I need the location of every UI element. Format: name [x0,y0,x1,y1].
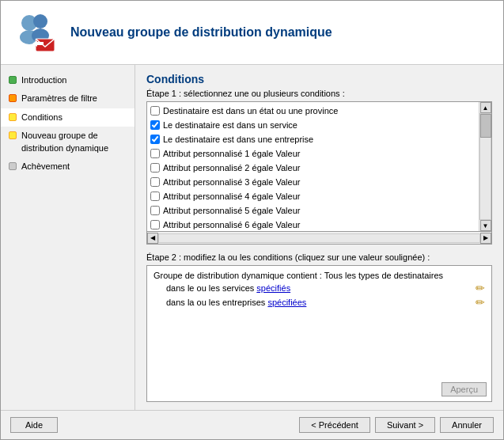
scroll-left-button[interactable]: ◀ [147,233,158,244]
list-item: Attribut personnalisé 2 égale Valeur [147,161,479,175]
apercu-button[interactable]: Aperçu [441,382,487,396]
list-item: Attribut personnalisé 4 égale Valeur [147,189,479,203]
step2-label: Étape 2 : modifiez la ou les conditions … [146,252,492,262]
footer-left: Aide [10,417,58,433]
horizontal-scrollbar[interactable]: ◀ ▶ [146,232,492,245]
step2-box: Groupe de distribution dynamique contien… [146,265,492,402]
sidebar-dot-introduction [9,76,17,84]
checkbox-c3[interactable] [150,135,160,144]
main-panel: Conditions Étape 1 : sélectionnez une ou… [135,65,503,410]
step1-label: Étape 1 : sélectionnez une ou plusieurs … [146,89,492,98]
checkbox-label-c2: Le destinataire est dans un service [163,120,297,130]
sidebar: Introduction Paramètres de filtre Condit… [1,65,135,410]
list-item: Destinataire est dans un état ou une pro… [147,104,479,118]
scroll-thumb[interactable] [480,114,491,138]
dialog: Nouveau groupe de distribution dynamique… [0,0,504,440]
sidebar-item-nouveau-groupe[interactable]: Nouveau groupe de distribution dynamique [1,127,135,157]
checkbox-c2[interactable] [150,120,160,130]
checkbox-label-c8: Attribut personnalisé 5 égale Valeur [163,206,300,215]
header: Nouveau groupe de distribution dynamique [1,1,503,65]
header-icon [13,10,58,55]
checkbox-c6[interactable] [150,177,160,187]
suivant-button[interactable]: Suivant > [375,417,435,433]
checkbox-c7[interactable] [150,192,160,201]
list-item: Attribut personnalisé 1 égale Valeur [147,146,479,161]
checkbox-c8[interactable] [150,206,160,215]
checkbox-label-c3: Le destinataire est dans une entreprise [163,135,313,144]
sidebar-item-conditions[interactable]: Conditions [1,108,135,127]
scroll-track [479,113,491,220]
sidebar-dot-conditions [9,113,17,121]
header-title: Nouveau groupe de distribution dynamique [70,25,332,40]
step2-line2-prefix: dans le ou les services [166,283,256,293]
footer: Aide < Précédent Suivant > Annuler [1,410,503,439]
aide-button[interactable]: Aide [10,417,58,433]
vertical-scrollbar[interactable]: ▲ ▼ [479,102,491,231]
list-item: Attribut personnalisé 5 égale Valeur [147,203,479,218]
edit-icon-line3[interactable]: ✏ [476,296,485,309]
sidebar-dot-achevement [9,162,17,170]
precedent-button[interactable]: < Précédent [299,417,370,433]
sidebar-dot-parametres [9,94,17,102]
sidebar-item-introduction[interactable]: Introduction [1,71,135,89]
checkbox-list-container: Destinataire est dans un état ou une pro… [146,101,492,232]
svg-point-1 [33,14,47,28]
checkbox-label-c6: Attribut personnalisé 3 égale Valeur [163,177,300,187]
list-item: Le destinataire est dans une entreprise [147,132,479,146]
checkbox-label-c1: Destinataire est dans un état ou une pro… [163,106,338,116]
checkbox-list: Destinataire est dans un état ou une pro… [147,102,479,231]
sidebar-item-achevement[interactable]: Achèvement [1,157,135,176]
checkbox-label-c7: Attribut personnalisé 4 égale Valeur [163,192,300,201]
annuler-button[interactable]: Annuler [440,417,494,433]
checkbox-label-c4: Attribut personnalisé 1 égale Valeur [163,149,300,158]
checkbox-c4[interactable] [150,149,160,158]
list-item: Attribut personnalisé 6 égale Valeur [147,218,479,231]
step2-line3-prefix: dans la ou les entreprises [166,298,267,307]
checkbox-c1[interactable] [150,106,160,116]
step2-line2: dans le ou les services spécifiés ✏ [153,282,485,294]
list-item: Le destinataire est dans un service [147,118,479,132]
checkbox-c5[interactable] [150,163,160,173]
footer-right: < Précédent Suivant > Annuler [299,417,494,433]
scroll-right-button[interactable]: ▶ [480,233,491,244]
checkbox-label-c5: Attribut personnalisé 2 égale Valeur [163,163,300,173]
section-title: Conditions [146,73,492,85]
step2-line2-link[interactable]: spécifiés [256,283,290,293]
hscroll-track [158,233,480,243]
sidebar-item-parametres[interactable]: Paramètres de filtre [1,89,135,108]
list-item: Attribut personnalisé 3 égale Valeur [147,175,479,189]
sidebar-dot-nouveau-groupe [9,131,17,139]
scroll-up-button[interactable]: ▲ [480,102,491,113]
scroll-down-button[interactable]: ▼ [480,220,491,231]
step2-line3: dans la ou les entreprises spécifiées ✏ [153,296,485,309]
checkbox-label-c9: Attribut personnalisé 6 égale Valeur [163,220,300,229]
content: Introduction Paramètres de filtre Condit… [1,65,503,410]
step2-line1: Groupe de distribution dynamique contien… [153,271,485,280]
edit-icon-line2[interactable]: ✏ [476,282,485,294]
step2-line3-link[interactable]: spécifiées [267,298,306,307]
checkbox-c9[interactable] [150,220,160,229]
